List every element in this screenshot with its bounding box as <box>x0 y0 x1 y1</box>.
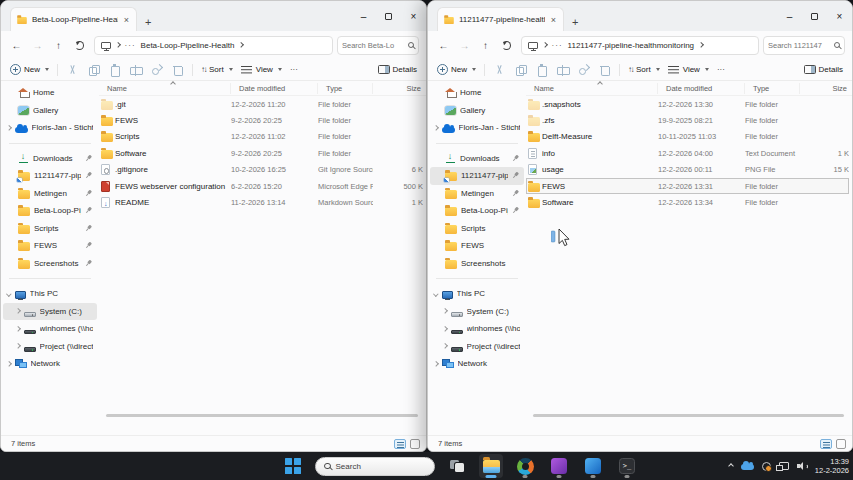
purple-app-taskbar-button[interactable] <box>547 454 571 478</box>
column-header-name[interactable]: Name <box>99 83 231 94</box>
taskbar-clock[interactable]: 13:39 12-2-2026 <box>815 457 849 475</box>
sidebar-item-downloads[interactable]: Downloads <box>430 150 524 168</box>
minimize-button[interactable]: – <box>777 1 802 31</box>
address-bar[interactable]: ··· Beta-Loop-Pipeline-Health <box>94 36 333 55</box>
sidebar-item-downloads[interactable]: Downloads <box>3 150 97 168</box>
new-tab-button[interactable]: + <box>145 17 151 27</box>
sidebar-item-home[interactable]: Home <box>3 84 97 102</box>
sidebar-item-gallery[interactable]: Gallery <box>430 102 524 120</box>
onedrive-tray-icon[interactable] <box>741 464 754 470</box>
more-options-button[interactable]: ··· <box>290 65 298 74</box>
terminal-taskbar-button[interactable]: >_ <box>615 454 639 478</box>
breadcrumb-ellipsis[interactable]: ··· <box>552 41 563 50</box>
column-header-size[interactable]: Size <box>373 83 423 94</box>
column-header-type[interactable]: Type <box>745 83 800 94</box>
share-button[interactable] <box>577 63 590 76</box>
horizontal-scrollbar[interactable] <box>533 414 844 417</box>
forward-button[interactable]: → <box>29 37 46 54</box>
details-pane-button[interactable]: Details <box>378 65 417 75</box>
sidebar-item-winhomes[interactable]: winhomes (\\home <box>3 320 97 338</box>
breadcrumb[interactable]: Beta-Loop-Pipeline-Health <box>141 41 235 50</box>
sidebar-item-screenshots[interactable]: Screenshots <box>430 255 524 273</box>
paste-button[interactable] <box>108 63 121 76</box>
refresh-button[interactable] <box>498 37 515 54</box>
column-header-name[interactable]: Name <box>526 83 658 94</box>
sidebar-item-screenshots[interactable]: Screenshots <box>3 255 97 273</box>
file-row-selected[interactable]: FEWS12-2-2026 13:31File folder <box>526 178 849 194</box>
sidebar-item-system-c[interactable]: System (C:) <box>430 303 524 321</box>
column-header-date[interactable]: Date modified <box>231 83 318 94</box>
sidebar-item-onedrive[interactable]: Floris-Jan - Stichting <box>430 119 524 137</box>
file-row[interactable]: .gitignore10-2-2026 16:25Git Ignore Sour… <box>99 162 423 178</box>
file-row[interactable]: FEWS webserver configuration6-2-2026 15:… <box>99 178 423 194</box>
tray-overflow-chevron-icon[interactable] <box>728 463 734 469</box>
view-button[interactable]: View <box>668 65 709 75</box>
file-row[interactable]: Delft-Measure10-11-2025 11:03File folder <box>526 129 849 145</box>
sidebar-item-system-c[interactable]: System (C:) <box>3 303 97 321</box>
sidebar-item-beta-loop[interactable]: Beta-Loop-Pipeli <box>430 202 524 220</box>
sidebar-item-network[interactable]: Network <box>3 355 97 373</box>
column-header-type[interactable]: Type <box>318 83 373 94</box>
explorer-tab[interactable]: 11211477-pipeline-healthmoni × <box>437 7 564 31</box>
column-header-size[interactable]: Size <box>800 83 849 94</box>
titlebar[interactable]: 11211477-pipeline-healthmoni × + – × <box>428 1 852 31</box>
browser-taskbar-button[interactable] <box>513 454 537 478</box>
search-input[interactable]: Search Beta-Lo <box>337 36 419 55</box>
start-button[interactable] <box>281 454 305 478</box>
rename-button[interactable] <box>129 63 142 76</box>
sort-button[interactable]: ↑↓ Sort <box>201 65 233 75</box>
sidebar-item-11211477[interactable]: 11211477-pipelir <box>430 167 524 185</box>
sidebar-item-project[interactable]: Project (\\director <box>430 338 524 356</box>
sidebar-item-11211477[interactable]: 11211477-pipelir <box>3 167 97 185</box>
column-header-date[interactable]: Date modified <box>658 83 745 94</box>
close-button[interactable]: × <box>827 1 852 31</box>
sidebar-item-scripts[interactable]: Scripts <box>3 220 97 238</box>
explorer-tab[interactable]: Beta-Loop-Pipeline-Health × <box>10 7 137 31</box>
tab-close-icon[interactable]: × <box>549 16 558 24</box>
sort-button[interactable]: ↑↓ Sort <box>628 65 660 75</box>
details-view-toggle[interactable] <box>820 439 832 449</box>
file-row[interactable]: Scripts12-2-2026 11:02File folder <box>99 129 423 145</box>
share-button[interactable] <box>150 63 163 76</box>
sidebar-item-network[interactable]: Network <box>430 355 524 373</box>
breadcrumb-ellipsis[interactable]: ··· <box>125 41 136 50</box>
copy-button[interactable] <box>87 63 100 76</box>
task-view-button[interactable] <box>445 454 469 478</box>
details-pane-button[interactable]: Details <box>804 65 843 75</box>
minimize-button[interactable]: – <box>351 1 376 31</box>
file-row[interactable]: .zfs19-9-2025 08:21File folder <box>526 112 849 128</box>
large-icons-view-toggle[interactable] <box>410 439 420 449</box>
volume-tray-icon[interactable] <box>797 462 807 471</box>
file-row[interactable]: Software9-2-2026 20:25File folder <box>99 145 423 161</box>
file-row[interactable]: usage12-2-2026 00:11PNG File15 K <box>526 162 849 178</box>
blue-app-taskbar-button[interactable] <box>581 454 605 478</box>
sidebar-item-fews[interactable]: FEWS <box>3 237 97 255</box>
file-row[interactable]: Software12-2-2026 13:34File folder <box>526 194 849 210</box>
close-button[interactable]: × <box>401 1 426 31</box>
new-button[interactable]: New <box>10 64 49 75</box>
up-button[interactable]: ↑ <box>50 37 67 54</box>
network-tray-icon[interactable] <box>779 462 789 470</box>
sidebar-item-scripts[interactable]: Scripts <box>430 220 524 238</box>
horizontal-scrollbar[interactable] <box>106 414 418 417</box>
file-row[interactable]: info12-2-2026 04:00Text Document1 K <box>526 145 849 161</box>
rename-button[interactable] <box>556 63 569 76</box>
new-button[interactable]: New <box>437 64 476 75</box>
view-button[interactable]: View <box>241 65 282 75</box>
delete-button[interactable] <box>598 63 611 76</box>
maximize-button[interactable] <box>376 1 401 31</box>
large-icons-view-toggle[interactable] <box>836 439 846 449</box>
sidebar-item-onedrive[interactable]: Floris-Jan - Stichting <box>3 119 97 137</box>
more-options-button[interactable]: ··· <box>717 65 725 74</box>
refresh-button[interactable] <box>71 37 88 54</box>
sidebar-item-beta-loop[interactable]: Beta-Loop-Pipeli <box>3 202 97 220</box>
file-row[interactable]: .snapshots12-2-2026 13:30File folder <box>526 96 849 112</box>
sidebar-item-winhomes[interactable]: winhomes (\\home <box>430 320 524 338</box>
breadcrumb[interactable]: 11211477-pipeline-healthmonitoring <box>568 41 694 50</box>
new-tab-button[interactable]: + <box>572 17 578 27</box>
sidebar-item-metingen[interactable]: Metingen <box>430 185 524 203</box>
sidebar-item-gallery[interactable]: Gallery <box>3 102 97 120</box>
sidebar-item-this-pc[interactable]: This PC <box>430 285 524 303</box>
titlebar[interactable]: Beta-Loop-Pipeline-Health × + – × <box>1 1 426 31</box>
address-bar[interactable]: ··· 11211477-pipeline-healthmonitoring <box>521 36 759 55</box>
